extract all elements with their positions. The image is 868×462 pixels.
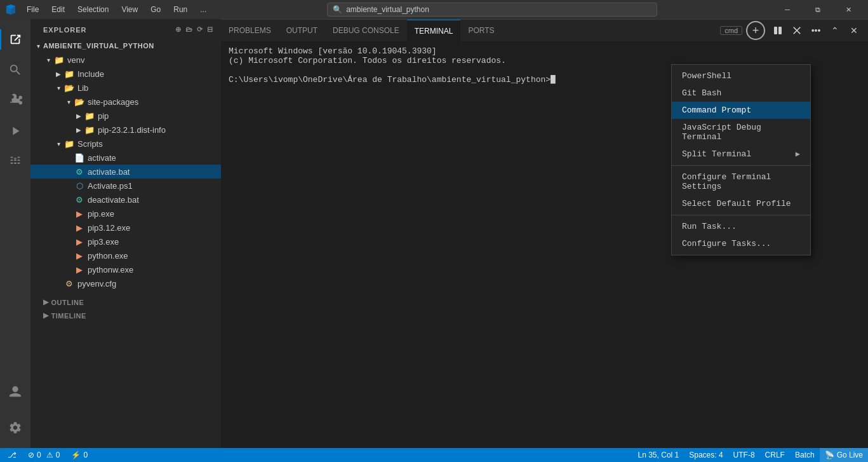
tree-item-pip312-exe[interactable]: ▶ pip3.12.exe	[30, 221, 221, 234]
dropdown-configure-tasks[interactable]: Configure Tasks...	[672, 235, 810, 252]
go-live-item[interactable]: 📡 Go Live	[820, 448, 868, 462]
menu-selection[interactable]: Selection	[72, 4, 114, 15]
terminal-tabs-bar: PROBLEMS OUTPUT DEBUG CONSOLE TERMINAL P…	[221, 19, 868, 41]
outline-section[interactable]: ▶ OUTLINE	[30, 296, 221, 309]
collapse-icon[interactable]: ⊟	[207, 25, 213, 34]
scripts-arrow-icon: ▾	[53, 140, 63, 147]
terminal-more-button[interactable]: •••	[807, 22, 825, 39]
timeline-arrow-icon: ▶	[43, 311, 49, 320]
activity-account[interactable]	[0, 377, 30, 407]
spaces-item[interactable]: Spaces: 4	[684, 448, 728, 462]
error-icon: ⊘	[28, 451, 34, 459]
minimize-button[interactable]: ─	[773, 0, 802, 19]
scripts-folder-icon: 📁	[63, 138, 75, 149]
sidebar: Explorer ⊕ 🗁 ⟳ ⊟ ▾ AMBIENTE_VIRTUAL_PYTH…	[30, 19, 221, 448]
tree-item-activate-bat[interactable]: ⚙ activate.bat	[30, 165, 221, 179]
outline-label: OUTLINE	[51, 299, 84, 306]
menu-edit[interactable]: Edit	[46, 4, 70, 15]
tree-item-project[interactable]: ▾ AMBIENTE_VIRTUAL_PYTHON	[30, 39, 221, 53]
encoding-item[interactable]: UTF-8	[728, 448, 760, 462]
global-search-bar[interactable]: 🔍 ambiente_virtual_python	[327, 3, 657, 17]
activity-source-control[interactable]	[0, 85, 30, 116]
eol-item[interactable]: CRLF	[760, 448, 790, 462]
project-arrow-icon: ▾	[33, 43, 43, 50]
activity-settings[interactable]	[0, 412, 30, 443]
new-terminal-button[interactable]: +	[746, 21, 765, 40]
close-button[interactable]: ✕	[834, 0, 863, 19]
menu-go[interactable]: Go	[145, 4, 166, 15]
tree-item-pythonw-exe[interactable]: ▶ pythonw.exe	[30, 262, 221, 276]
cursor-position[interactable]: Ln 35, Col 1	[633, 448, 684, 462]
tree-label-venv: venv	[67, 55, 84, 65]
menu-more[interactable]: ...	[195, 4, 211, 15]
tab-debug-console[interactable]: DEBUG CONSOLE	[325, 20, 407, 42]
tree-item-activate[interactable]: 📄 activate	[30, 151, 221, 165]
include-arrow-icon: ▶	[53, 71, 63, 78]
tab-output[interactable]: OUTPUT	[279, 20, 325, 42]
warning-count: 0	[56, 451, 60, 459]
tab-problems[interactable]: PROBLEMS	[221, 20, 279, 42]
pip-dist-arrow-icon: ▶	[74, 126, 84, 133]
dropdown-configure-settings[interactable]: Configure Terminal Settings	[672, 168, 810, 195]
tree-item-venv[interactable]: ▾ 📁 venv	[30, 53, 221, 67]
tab-terminal[interactable]: TERMINAL	[407, 20, 461, 42]
remote-item[interactable]: ⚡ 0	[66, 448, 93, 462]
new-folder-icon[interactable]: 🗁	[185, 25, 193, 34]
menu-view[interactable]: View	[116, 4, 143, 15]
git-branch-item[interactable]: ⎇	[3, 448, 22, 462]
tree-label-python-exe: python.exe	[88, 251, 128, 261]
titlebar: File Edit Selection View Go Run ... 🔍 am…	[0, 0, 868, 19]
main-layout: Explorer ⊕ 🗁 ⟳ ⊟ ▾ AMBIENTE_VIRTUAL_PYTH…	[0, 19, 868, 448]
activity-explorer[interactable]	[0, 24, 30, 55]
dropdown-run-task[interactable]: Run Task...	[672, 218, 810, 235]
tree-item-pip3-exe[interactable]: ▶ pip3.exe	[30, 234, 221, 248]
activity-run-debug[interactable]	[0, 116, 30, 146]
new-file-icon[interactable]: ⊕	[175, 25, 182, 34]
dropdown-split-terminal[interactable]: Split Terminal ▶	[672, 146, 810, 163]
tree-item-include[interactable]: ▶ 📁 Include	[30, 67, 221, 81]
dropdown-js-debug[interactable]: JavaScript Debug Terminal	[672, 119, 810, 146]
menu-file[interactable]: File	[22, 4, 44, 15]
timeline-section[interactable]: ▶ TIMELINE	[30, 309, 221, 322]
tree-item-pip-exe[interactable]: ▶ pip.exe	[30, 207, 221, 221]
tree-item-activate-ps1[interactable]: ⬡ Activate.ps1	[30, 179, 221, 193]
tree-item-lib[interactable]: ▾ 📂 Lib	[30, 81, 221, 95]
status-bar-left: ⎇ ⊘ 0 ⚠ 0 ⚡ 0	[0, 448, 93, 462]
tree-item-site-packages[interactable]: ▾ 📂 site-packages	[30, 95, 221, 109]
tab-ports[interactable]: PORTS	[460, 20, 502, 42]
outline-arrow-icon: ▶	[43, 298, 49, 306]
split-terminal-button[interactable]	[769, 22, 787, 39]
kill-terminal-button[interactable]	[788, 22, 806, 39]
dropdown-powershell[interactable]: PowerShell	[672, 67, 810, 85]
go-live-label: Go Live	[837, 451, 863, 459]
git-bash-label: Git Bash	[682, 88, 721, 98]
tree-item-pyvenv-cfg[interactable]: ⚙ pyvenv.cfg	[30, 276, 221, 290]
dropdown-select-default-profile[interactable]: Select Default Profile	[672, 195, 810, 212]
activity-extensions[interactable]	[0, 146, 30, 177]
terminal-instance-label: cmd	[720, 26, 742, 35]
language-item[interactable]: Batch	[790, 448, 820, 462]
tree-item-python-exe[interactable]: ▶ python.exe	[30, 248, 221, 262]
refresh-icon[interactable]: ⟳	[197, 25, 203, 34]
dropdown-command-prompt[interactable]: Command Prompt	[672, 102, 810, 119]
titlebar-left: File Edit Selection View Go Run ...	[0, 4, 217, 15]
language-label: Batch	[795, 451, 815, 459]
eol-label: CRLF	[765, 451, 785, 459]
sidebar-tree: ▾ AMBIENTE_VIRTUAL_PYTHON ▾ 📁 venv ▶ 📁 I…	[30, 36, 221, 448]
command-prompt-label: Command Prompt	[682, 105, 751, 115]
tree-label-activate: activate	[88, 153, 116, 163]
dropdown-git-bash[interactable]: Git Bash	[672, 85, 810, 102]
terminal-maximize-button[interactable]: ⌃	[826, 22, 844, 39]
tree-item-scripts[interactable]: ▾ 📁 Scripts	[30, 137, 221, 151]
tree-item-pip-dist-info[interactable]: ▶ 📁 pip-23.2.1.dist-info	[30, 123, 221, 137]
search-icon: 🔍	[333, 5, 342, 14]
git-branch-icon: ⎇	[8, 451, 17, 459]
tree-item-deactivate-bat[interactable]: ⚙ deactivate.bat	[30, 193, 221, 207]
terminal-actions: cmd + ••• ⌃ ✕	[720, 21, 868, 40]
errors-item[interactable]: ⊘ 0 ⚠ 0	[23, 448, 65, 462]
terminal-close-button[interactable]: ✕	[845, 22, 863, 39]
tree-item-pip[interactable]: ▶ 📁 pip	[30, 109, 221, 123]
menu-run[interactable]: Run	[168, 4, 192, 15]
restore-button[interactable]: ⧉	[803, 0, 832, 19]
activity-search[interactable]	[0, 55, 30, 85]
